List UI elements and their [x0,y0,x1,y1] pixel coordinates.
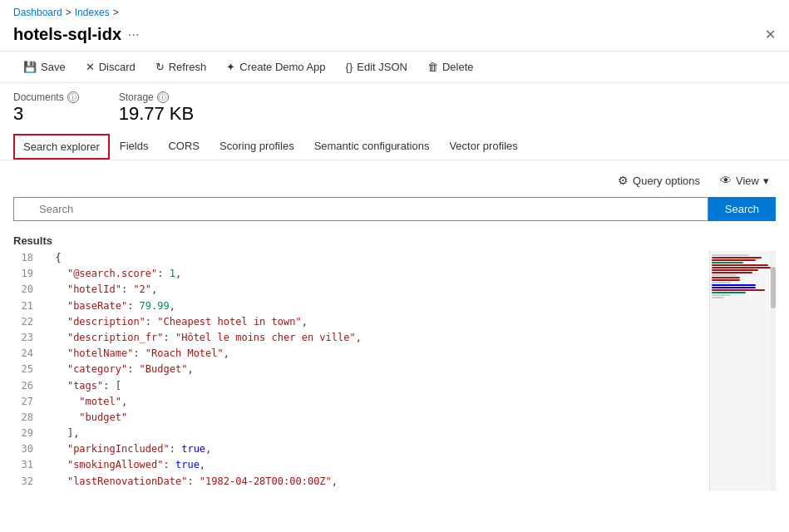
code-line: "category": "Budget", [43,362,709,377]
edit-json-icon: {} [346,61,353,73]
tab-vector-profiles[interactable]: Vector profiles [439,133,527,160]
search-input-wrapper: 🔍 [13,197,708,221]
code-line: "hotelName": "Roach Motel", [43,346,709,362]
documents-stat: Documents ⓘ 3 [13,91,79,125]
breadcrumb: Dashboard > Indexes > [0,0,789,22]
storage-stat: Storage ⓘ 19.77 KB [119,91,195,125]
discard-button[interactable]: ✕ Discard [76,57,145,77]
tab-fields[interactable]: Fields [110,133,159,160]
storage-value: 19.77 KB [119,103,195,125]
search-section: ⚙ Query options 👁 View ▾ 🔍 Search [0,160,789,228]
storage-info-icon[interactable]: ⓘ [157,91,169,103]
refresh-button[interactable]: ↻ Refresh [145,57,217,77]
edit-json-button[interactable]: {} Edit JSON [336,57,417,77]
code-line: "budget" [43,410,709,426]
tab-scoring-profiles[interactable]: Scoring profiles [210,133,304,160]
save-button[interactable]: 💾 Save [13,57,76,77]
storage-label: Storage [119,91,154,103]
code-line: "lastRenovationDate": "1982-04-28T00:00:… [43,474,709,490]
code-line: "motel", [43,394,709,410]
save-icon: 💾 [23,61,37,73]
query-options-button[interactable]: ⚙ Query options [611,170,707,190]
tabs-container: Search explorer Fields CORS Scoring prof… [0,133,789,160]
code-line: "description_fr": "Hôtel le moins cher e… [43,330,709,346]
tab-semantic-configurations[interactable]: Semantic configurations [304,133,440,160]
code-line: ], [43,426,709,441]
toolbar: 💾 Save ✕ Discard ↻ Refresh ✦ Create Demo… [0,51,789,83]
tab-search-explorer[interactable]: Search explorer [13,134,110,160]
code-line: "smokingAllowed": true, [43,457,709,473]
eye-icon: 👁 [720,174,732,187]
search-input[interactable] [13,197,708,221]
code-line: { [43,250,709,266]
title-bar: hotels-sql-idx ··· ✕ [0,22,789,51]
json-viewer: 1819202122 2324252627 2829303132 333435 … [0,250,789,491]
page-title: hotels-sql-idx [13,25,121,44]
search-button[interactable]: Search [708,197,776,221]
create-demo-icon: ✦ [226,61,235,73]
breadcrumb-dashboard[interactable]: Dashboard [13,7,62,18]
minimap [709,250,776,491]
discard-icon: ✕ [86,61,95,73]
documents-value: 3 [13,103,79,125]
breadcrumb-sep1: > [66,7,72,18]
ellipsis-menu[interactable]: ··· [128,27,139,42]
delete-button[interactable]: 🗑 Delete [417,57,484,77]
create-demo-button[interactable]: ✦ Create Demo App [216,57,335,77]
results-label: Results [0,228,789,250]
breadcrumb-indexes[interactable]: Indexes [75,7,110,18]
delete-icon: 🗑 [427,61,438,73]
code-line: "description": "Cheapest hotel in town", [43,314,709,330]
code-line: "hotelId": "2", [43,282,709,298]
code-line: "rating": 1 [43,490,709,491]
documents-info-icon[interactable]: ⓘ [67,91,79,103]
chevron-down-icon: ▾ [763,175,769,187]
code-line: "tags": [ [43,378,709,394]
gear-icon: ⚙ [618,174,629,187]
line-numbers: 1819202122 2324252627 2829303132 333435 [13,250,43,491]
view-button[interactable]: 👁 View ▾ [713,170,776,190]
code-line: "@search.score": 1, [43,266,709,282]
close-button[interactable]: ✕ [765,27,776,42]
code-line: "baseRate": 79.99, [43,298,709,314]
stats-bar: Documents ⓘ 3 Storage ⓘ 19.77 KB [0,83,789,133]
tab-cors[interactable]: CORS [158,133,210,160]
code-content: { "@search.score": 1, "hotelId": "2", "b… [43,250,709,491]
code-line: "parkingIncluded": true, [43,441,709,457]
search-bar: 🔍 Search [13,197,776,221]
search-options-bar: ⚙ Query options 👁 View ▾ [13,170,776,190]
breadcrumb-sep2: > [113,7,119,18]
documents-label: Documents [13,91,64,103]
refresh-icon: ↻ [155,61,165,73]
